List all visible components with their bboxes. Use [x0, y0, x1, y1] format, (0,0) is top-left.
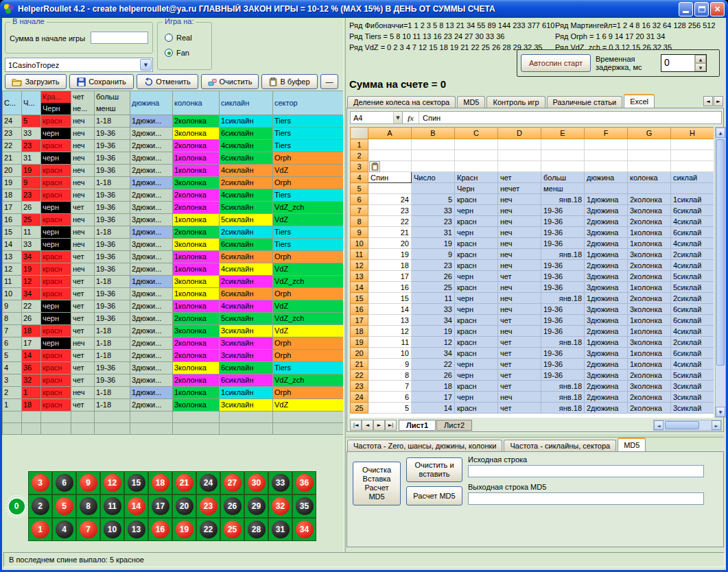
excel-cell-C19[interactable]: красн — [455, 337, 498, 348]
excel-cell-B11[interactable]: 9 — [412, 249, 455, 260]
minimize-button[interactable] — [679, 2, 693, 16]
autospin-start-button[interactable]: Автоспин старт — [521, 54, 591, 72]
excel-cell-C15[interactable]: черн — [455, 293, 498, 304]
tab-game-control[interactable]: Контроль игр — [486, 96, 545, 108]
board-cell-9[interactable]: 9 — [76, 471, 100, 494]
tab-excel[interactable]: Excel — [624, 94, 655, 108]
excel-cell-H9[interactable]: 6сиклай — [671, 227, 714, 238]
excel-cell-C16[interactable]: черн — [455, 304, 498, 315]
excel-cell-B15[interactable]: 11 — [412, 293, 455, 304]
excel-cell-F7[interactable]: 3дюжина — [585, 205, 628, 216]
excel-cell-B18[interactable]: 19 — [412, 326, 455, 337]
excel-cell-F12[interactable]: 2дюжина — [585, 260, 628, 271]
excel-cell-E6[interactable]: янв.18 — [541, 194, 585, 205]
excel-cell-C20[interactable]: красн — [455, 348, 498, 359]
board-cell-30[interactable]: 30 — [244, 471, 268, 494]
excel-cell-F18[interactable]: 2дюжина — [585, 326, 628, 337]
excel-cell-C2[interactable] — [455, 150, 498, 161]
sheet-tab-1[interactable]: Лист1 — [399, 420, 436, 431]
excel-cell-C14[interactable]: красн — [455, 282, 498, 293]
excel-row-header-21[interactable]: 21 — [351, 359, 368, 370]
excel-cell-A13[interactable]: 17 — [368, 271, 412, 282]
excel-cell-B16[interactable]: 33 — [412, 304, 455, 315]
board-cell-27[interactable]: 27 — [220, 471, 244, 494]
excel-cell-H15[interactable]: 2сиклай — [671, 293, 714, 304]
excel-cell-F13[interactable]: 3дюжина — [585, 271, 628, 282]
fx-icon[interactable]: fx — [403, 112, 419, 123]
excel-cell-E22[interactable]: 19-36 — [541, 370, 585, 381]
excel-cell-D10[interactable]: неч — [498, 238, 541, 249]
excel-cell-H24[interactable]: 3сиклай — [671, 392, 714, 403]
excel-row-header-17[interactable]: 17 — [351, 315, 368, 326]
tab-wheel-sectors[interactable]: Деление колеса на сектора — [347, 96, 456, 108]
excel-row-header-25[interactable]: 25 — [351, 403, 368, 414]
excel-cell-A2[interactable] — [368, 150, 412, 161]
board-cell-28[interactable]: 28 — [244, 518, 268, 541]
excel-cell-G23[interactable]: 3колонка — [628, 381, 671, 392]
excel-cell-G5[interactable] — [628, 183, 671, 194]
excel-cell-E10[interactable]: 19-36 — [541, 238, 585, 249]
excel-cell-G3[interactable] — [628, 161, 671, 172]
excel-row-header-1[interactable]: 1 — [351, 139, 368, 150]
excel-col-header-E[interactable]: E — [541, 128, 585, 139]
excel-cell-G6[interactable]: 2колонка — [628, 194, 671, 205]
excel-row-header-12[interactable]: 12 — [351, 260, 368, 271]
horizontal-scroll-thumb[interactable] — [665, 421, 699, 429]
excel-cell-G8[interactable]: 2колонка — [628, 216, 671, 227]
excel-cell-D22[interactable]: чет — [498, 370, 541, 381]
tab-freq-chances-dozens[interactable]: Частота - Zero, шансы, дюжины, колонки — [347, 440, 502, 451]
excel-cell-H7[interactable]: 6сиклай — [671, 205, 714, 216]
excel-cell-G12[interactable]: 2колонка — [628, 260, 671, 271]
excel-cell-A1[interactable] — [368, 139, 412, 150]
excel-cell-D2[interactable] — [498, 150, 541, 161]
excel-cell-H20[interactable]: 6сиклай — [671, 348, 714, 359]
paste-options-icon[interactable] — [369, 161, 380, 172]
excel-cell-D19[interactable]: чет — [498, 337, 541, 348]
excel-cell-A20[interactable]: 10 — [368, 348, 412, 359]
excel-cell-D11[interactable]: неч — [498, 249, 541, 260]
board-cell-7[interactable]: 7 — [76, 518, 100, 541]
excel-cell-A6[interactable]: 24 — [368, 194, 412, 205]
excel-cell-B2[interactable] — [412, 150, 455, 161]
excel-cell-B9[interactable]: 31 — [412, 227, 455, 238]
board-cell-23[interactable]: 23 — [196, 494, 220, 518]
board-cell-16[interactable]: 16 — [148, 518, 172, 541]
excel-cell-E21[interactable]: 19-36 — [541, 359, 585, 370]
excel-row-header-13[interactable]: 13 — [351, 271, 368, 282]
excel-cell-F3[interactable] — [585, 161, 628, 172]
excel-col-header-A[interactable]: A — [368, 128, 412, 139]
excel-cell-E25[interactable]: янв.18 — [541, 403, 585, 414]
excel-cell-A8[interactable]: 22 — [368, 216, 412, 227]
excel-cell-F6[interactable]: 1дюжина — [585, 194, 628, 205]
excel-row-header-18[interactable]: 18 — [351, 326, 368, 337]
excel-cell-F11[interactable]: 1дюжина — [585, 249, 628, 260]
excel-cell-B8[interactable]: 23 — [412, 216, 455, 227]
board-cell-19[interactable]: 19 — [172, 518, 196, 541]
md5-clear-paste-button[interactable]: Очистить и вставить — [406, 457, 462, 482]
board-cell-17[interactable]: 17 — [148, 494, 172, 518]
excel-col-header-C[interactable]: C — [455, 128, 498, 139]
excel-cell-D24[interactable]: неч — [498, 392, 541, 403]
excel-cell-A25[interactable]: 5 — [368, 403, 412, 414]
excel-row-header-16[interactable]: 16 — [351, 304, 368, 315]
excel-col-header-H[interactable]: H — [671, 128, 714, 139]
excel-cell-H8[interactable]: 4сиклай — [671, 216, 714, 227]
excel-cell-D17[interactable]: чет — [498, 315, 541, 326]
board-cell-34[interactable]: 34 — [292, 518, 316, 541]
excel-row-header-2[interactable]: 2 — [351, 150, 368, 161]
scroll-right-icon[interactable]: ► — [712, 420, 721, 430]
md5-calc-button[interactable]: Расчет MD5 — [406, 486, 462, 505]
excel-cell-H22[interactable]: 5сиклай — [671, 370, 714, 381]
board-cell-13[interactable]: 13 — [124, 518, 148, 541]
excel-cell-B1[interactable] — [412, 139, 455, 150]
excel-cell-C5[interactable]: Черн — [455, 183, 498, 194]
board-cell-2[interactable]: 2 — [28, 494, 52, 518]
excel-row-header-20[interactable]: 20 — [351, 348, 368, 359]
board-cell-31[interactable]: 31 — [268, 518, 292, 541]
excel-row-header-9[interactable]: 9 — [351, 227, 368, 238]
excel-cell-G9[interactable]: 1колонка — [628, 227, 671, 238]
title-bar[interactable]: HelperRoullet 4.2 - create helperroullet… — [0, 0, 728, 18]
excel-cell-E13[interactable]: 19-36 — [541, 271, 585, 282]
tab-articles[interactable]: Различные статьи — [547, 96, 623, 108]
excel-cell-C25[interactable]: красн — [455, 403, 498, 414]
